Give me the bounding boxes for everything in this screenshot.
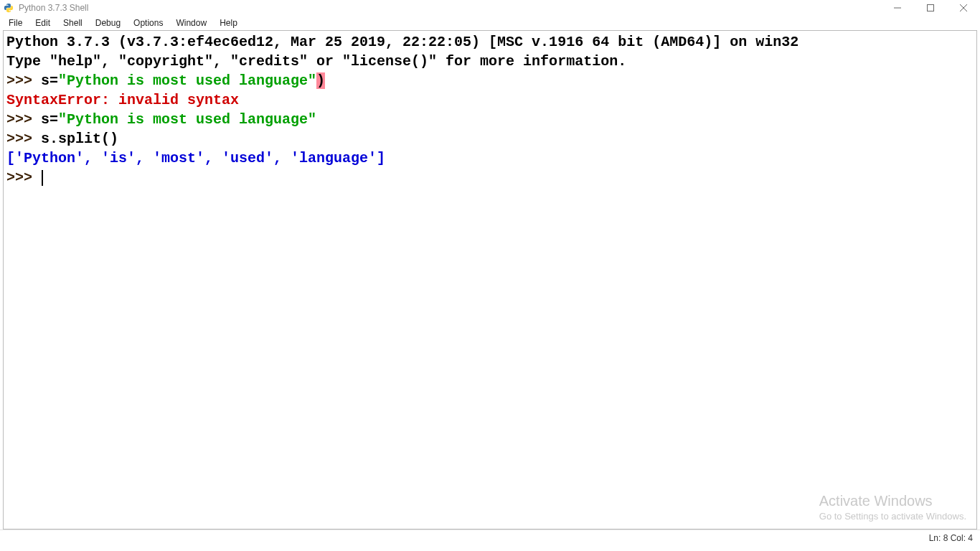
activate-windows-watermark: Activate Windows Go to Settings to activ…: [819, 493, 966, 522]
error-highlight-char: ): [316, 72, 325, 89]
menu-file[interactable]: File: [3, 17, 29, 29]
watermark-subtitle: Go to Settings to activate Windows.: [819, 511, 966, 522]
string-literal-1: "Python is most used language": [58, 72, 316, 89]
window-title: Python 3.7.3 Shell: [19, 3, 88, 13]
watermark-title: Activate Windows: [819, 493, 966, 509]
close-button[interactable]: [947, 0, 980, 16]
code-assign-1: s=: [41, 72, 58, 89]
menu-help[interactable]: Help: [214, 17, 245, 29]
svg-rect-1: [928, 5, 934, 11]
menubar: File Edit Shell Debug Options Window Hel…: [0, 16, 980, 30]
window-controls: [881, 0, 980, 16]
statusbar: Ln: 8 Col: 4: [0, 529, 980, 545]
shell-text[interactable]: Python 3.7.3 (v3.7.3:ef4ec6ed12, Mar 25 …: [4, 31, 976, 189]
text-cursor: [42, 170, 43, 186]
banner-line-1: Python 3.7.3 (v3.7.3:ef4ec6ed12, Mar 25 …: [6, 34, 798, 50]
banner-line-2: Type "help", "copyright", "credits" or "…: [6, 53, 626, 70]
menu-shell[interactable]: Shell: [57, 17, 90, 29]
prompt: >>>: [6, 169, 41, 186]
line-col-indicator: Ln: 8 Col: 4: [929, 533, 973, 543]
menu-options[interactable]: Options: [128, 17, 170, 29]
output-list: ['Python', 'is', 'most', 'used', 'langua…: [6, 150, 385, 166]
menu-window[interactable]: Window: [170, 17, 214, 29]
maximize-button[interactable]: [914, 0, 947, 16]
menu-debug[interactable]: Debug: [90, 17, 128, 29]
titlebar: Python 3.7.3 Shell: [0, 0, 980, 16]
prompt: >>>: [6, 72, 41, 89]
menu-edit[interactable]: Edit: [29, 17, 57, 29]
error-message: SyntaxError: invalid syntax: [6, 92, 239, 108]
prompt: >>>: [6, 111, 41, 128]
python-icon: [3, 2, 14, 14]
shell-area[interactable]: Python 3.7.3 (v3.7.3:ef4ec6ed12, Mar 25 …: [3, 30, 977, 529]
code-assign-2: s=: [41, 111, 58, 128]
minimize-button[interactable]: [881, 0, 914, 16]
prompt: >>>: [6, 131, 41, 147]
string-literal-2: "Python is most used language": [58, 111, 316, 128]
code-split: s.split(): [41, 131, 118, 147]
